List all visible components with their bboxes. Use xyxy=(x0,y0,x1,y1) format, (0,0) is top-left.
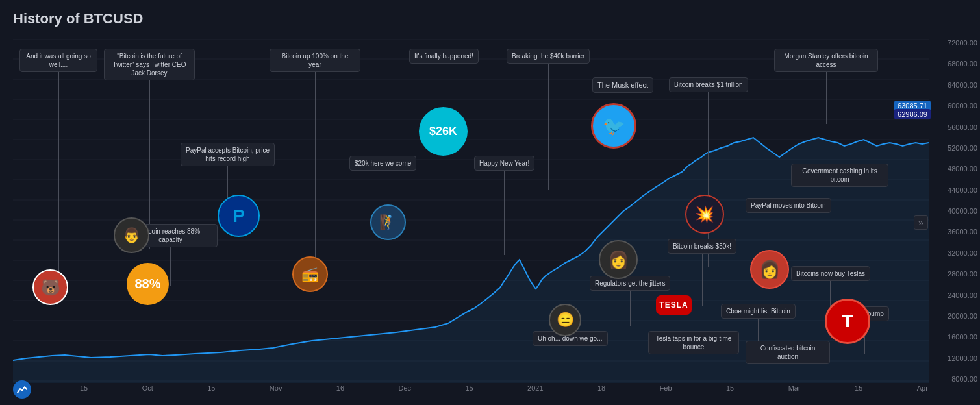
y-label-13: 24000.00 xyxy=(948,291,977,299)
circle-icon-dorsey: 👨 xyxy=(114,217,149,253)
y-label-5: 56000.00 xyxy=(948,123,977,131)
y-label-11: 32000.00 xyxy=(948,249,977,257)
circle-icon-bear: 🐻 xyxy=(32,269,68,305)
x-label-18: 18 xyxy=(597,384,605,392)
annotation-government-cash: Government cashing in its bitcoin xyxy=(791,164,888,219)
y-label-6: 52000.00 xyxy=(948,144,977,152)
chart-title: History of BTCUSD xyxy=(13,10,143,27)
circle-icon-tesla: TESLA xyxy=(656,295,692,315)
chart-container: History of BTCUSD 72000.00 68000.00 6400… xyxy=(0,0,980,405)
circle-icon-paypal: P xyxy=(218,195,260,237)
y-label-14: 20000.00 xyxy=(948,312,977,320)
x-label-dec: Dec xyxy=(398,384,411,392)
y-label-15: 16000.00 xyxy=(948,333,977,341)
x-label-nov: Nov xyxy=(270,384,283,392)
circle-icon-person-20k: 🧗 xyxy=(370,204,406,240)
x-label-15c: 15 xyxy=(465,384,473,392)
x-label-mar: Mar xyxy=(788,384,801,392)
y-label-4: 60000.00 xyxy=(948,102,977,110)
x-label-feb: Feb xyxy=(660,384,672,392)
x-label-apr: Apr xyxy=(917,384,928,392)
circle-icon-26k: $26K xyxy=(419,107,468,156)
y-label-3: 64000.00 xyxy=(948,81,977,89)
circle-icon-yellen: 👩 xyxy=(599,240,638,279)
x-label-oct: Oct xyxy=(142,384,153,392)
circle-icon-woman: 👩 xyxy=(750,250,789,289)
circle-icon-88: 88% xyxy=(127,263,169,305)
annotation-100pct: Bitcoin up 100% on the year xyxy=(270,49,360,280)
x-axis: Sep 15 Oct 15 Nov 16 Dec 15 2021 18 Feb … xyxy=(13,384,928,392)
x-label-16: 16 xyxy=(336,384,344,392)
annotation-going-well: And it was all going so well.... xyxy=(19,49,97,293)
y-label-7: 48000.00 xyxy=(948,165,977,173)
scroll-right-button[interactable]: » xyxy=(914,215,928,230)
circle-icon-tesla-logo: T xyxy=(825,299,870,344)
circle-icon-explosion: 💥 xyxy=(685,195,724,234)
annotation-morgan-stanley: Morgan Stanley offers bitcoin access xyxy=(774,49,878,124)
circle-icon-musk-twitter: 🐦 xyxy=(591,103,636,149)
x-label-15d: 15 xyxy=(726,384,734,392)
x-label-15e: 15 xyxy=(855,384,862,392)
x-label-2021: 2021 xyxy=(527,384,543,392)
y-label-10: 36000.00 xyxy=(948,228,977,236)
y-label-2: 68000.00 xyxy=(948,60,977,68)
y-label-1: 72000.00 xyxy=(948,39,977,47)
y-label-17: 8000.00 xyxy=(951,375,977,383)
annotation-confiscated-auction: Confiscated bitcoin auction xyxy=(746,341,830,364)
y-label-9: 40000.00 xyxy=(948,207,977,215)
x-label-15b: 15 xyxy=(207,384,215,392)
tradingview-logo xyxy=(13,380,31,399)
circle-icon-radio: 📻 xyxy=(292,256,328,292)
circle-icon-sad: 😑 xyxy=(549,304,581,336)
y-label-12: 28000.00 xyxy=(948,270,977,278)
x-label-15a: 15 xyxy=(80,384,88,392)
annotation-happy-new-year: Happy New Year! xyxy=(474,156,534,255)
y-axis: 72000.00 68000.00 64000.00 60000.00 5600… xyxy=(931,39,980,383)
price-low-badge: 62986.09 xyxy=(894,109,931,119)
y-label-16: 12000.00 xyxy=(948,354,977,362)
y-label-8: 44000.00 xyxy=(948,186,977,194)
